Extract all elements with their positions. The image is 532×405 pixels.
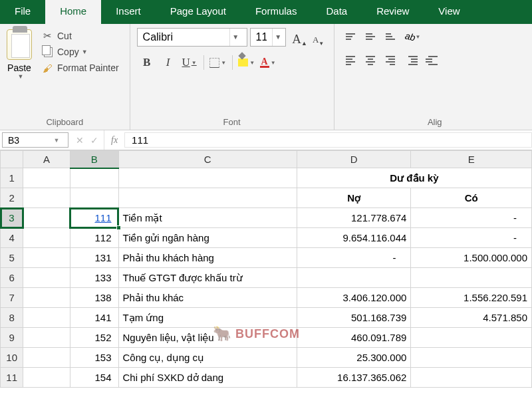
cell[interactable]: 4.571.850: [411, 308, 532, 328]
cell[interactable]: 141: [70, 308, 118, 328]
decrease-indent-button[interactable]: [404, 52, 422, 69]
tab-insert[interactable]: Insert: [101, 0, 156, 24]
cell[interactable]: 501.168.739: [297, 308, 411, 328]
col-header-d[interactable]: D: [297, 151, 411, 168]
cell[interactable]: Phải thu khách hàng: [118, 248, 297, 268]
font-name-combo[interactable]: ▼: [137, 28, 247, 47]
tab-home[interactable]: Home: [45, 0, 101, 24]
enter-formula-button[interactable]: ✓: [90, 135, 98, 146]
cell[interactable]: [118, 168, 297, 188]
name-box-input[interactable]: [3, 135, 51, 146]
format-painter-button[interactable]: Format Painter: [37, 60, 123, 76]
cell[interactable]: [411, 328, 532, 348]
cell[interactable]: 9.654.116.044: [297, 228, 411, 248]
col-header-b[interactable]: B: [70, 151, 118, 168]
orientation-button[interactable]: ab▼: [404, 28, 422, 45]
cell[interactable]: [23, 168, 70, 188]
cell[interactable]: 25.300.000: [297, 348, 411, 368]
cell[interactable]: Có: [411, 188, 532, 208]
tab-data[interactable]: Data: [311, 0, 362, 24]
cell[interactable]: [411, 268, 532, 288]
cell[interactable]: Tiền gửi ngân hàng: [118, 228, 297, 248]
cell[interactable]: Nợ: [297, 188, 411, 208]
row-header[interactable]: 3: [1, 208, 23, 228]
cell[interactable]: 121.778.674: [297, 208, 411, 228]
select-all-corner[interactable]: [1, 151, 23, 168]
tab-review[interactable]: Review: [362, 0, 424, 24]
row-header[interactable]: 5: [1, 248, 23, 268]
fx-icon[interactable]: fx: [104, 130, 124, 150]
increase-font-size-button[interactable]: A▲: [291, 28, 309, 47]
cell[interactable]: Nguyên liệu, vật liệu: [118, 328, 297, 348]
decrease-font-size-button[interactable]: A▼: [310, 28, 327, 47]
align-right-button[interactable]: [381, 52, 400, 69]
cell[interactable]: Dư đầu kỳ: [297, 168, 531, 188]
font-color-button[interactable]: A▼: [258, 53, 278, 72]
cell[interactable]: Tạm ứng: [118, 308, 297, 328]
align-left-button[interactable]: [341, 52, 360, 69]
fill-color-button[interactable]: ▼: [237, 53, 257, 72]
bold-button[interactable]: B: [137, 53, 157, 72]
cell[interactable]: 133: [70, 268, 118, 288]
row-header[interactable]: 9: [1, 328, 23, 348]
cell[interactable]: [118, 188, 297, 208]
cell[interactable]: [70, 168, 118, 188]
cell[interactable]: [23, 288, 70, 308]
underline-button[interactable]: U▼: [180, 53, 200, 72]
cell[interactable]: [23, 308, 70, 328]
align-top-button[interactable]: [341, 28, 360, 45]
copy-button[interactable]: Copy ▼: [37, 44, 123, 60]
cell[interactable]: 138: [70, 288, 118, 308]
font-size-combo[interactable]: ▼: [250, 28, 286, 47]
cell[interactable]: 152: [70, 328, 118, 348]
cell[interactable]: [23, 248, 70, 268]
cell[interactable]: 112: [70, 228, 118, 248]
cell[interactable]: [297, 268, 411, 288]
cell[interactable]: [23, 368, 70, 388]
cell[interactable]: [23, 208, 70, 228]
borders-button[interactable]: ▼: [208, 53, 228, 72]
cell[interactable]: 1.500.000.000: [411, 248, 532, 268]
formula-input[interactable]: 111: [124, 132, 532, 148]
cell[interactable]: Phải thu khác: [118, 288, 297, 308]
row-header[interactable]: 7: [1, 288, 23, 308]
cell[interactable]: [23, 268, 70, 288]
tab-formulas[interactable]: Formulas: [241, 0, 312, 24]
cell[interactable]: 1.556.220.591: [411, 288, 532, 308]
row-header[interactable]: 1: [1, 168, 23, 188]
row-header[interactable]: 2: [1, 188, 23, 208]
cell[interactable]: Tiền mặt: [118, 208, 297, 228]
paste-button[interactable]: Paste ▼: [7, 28, 37, 114]
cell[interactable]: 460.091.789: [297, 328, 411, 348]
cancel-formula-button[interactable]: ✕: [76, 135, 84, 146]
cell[interactable]: 153: [70, 348, 118, 368]
tab-page-layout[interactable]: Page Layout: [156, 0, 241, 24]
chevron-down-icon[interactable]: ▼: [51, 137, 63, 144]
align-middle-button[interactable]: [361, 28, 380, 45]
col-header-a[interactable]: A: [23, 151, 70, 168]
align-center-button[interactable]: [361, 52, 380, 69]
tab-view[interactable]: View: [424, 0, 474, 24]
row-header[interactable]: 4: [1, 228, 23, 248]
cell[interactable]: [70, 188, 118, 208]
cell[interactable]: [23, 348, 70, 368]
cell[interactable]: 154: [70, 368, 118, 388]
col-header-e[interactable]: E: [411, 151, 532, 168]
row-header[interactable]: 6: [1, 268, 23, 288]
row-header[interactable]: 11: [1, 368, 23, 388]
cell[interactable]: [23, 188, 70, 208]
cell[interactable]: -: [411, 208, 532, 228]
cell-selected[interactable]: 111: [70, 208, 118, 228]
col-header-c[interactable]: C: [118, 151, 297, 168]
cell[interactable]: Chi phí SXKD dở dang: [118, 368, 297, 388]
font-size-input[interactable]: [251, 31, 272, 43]
increase-indent-button[interactable]: [424, 52, 442, 69]
cell[interactable]: 3.406.120.000: [297, 288, 411, 308]
spreadsheet-grid[interactable]: A B C D E 1 Dư đầu kỳ 2 Nợ Có: [0, 150, 532, 388]
cell[interactable]: -: [297, 248, 411, 268]
cell[interactable]: [23, 228, 70, 248]
cut-button[interactable]: Cut: [37, 28, 123, 44]
align-bottom-button[interactable]: [381, 28, 400, 45]
cell[interactable]: 131: [70, 248, 118, 268]
tab-file[interactable]: File: [0, 0, 45, 24]
